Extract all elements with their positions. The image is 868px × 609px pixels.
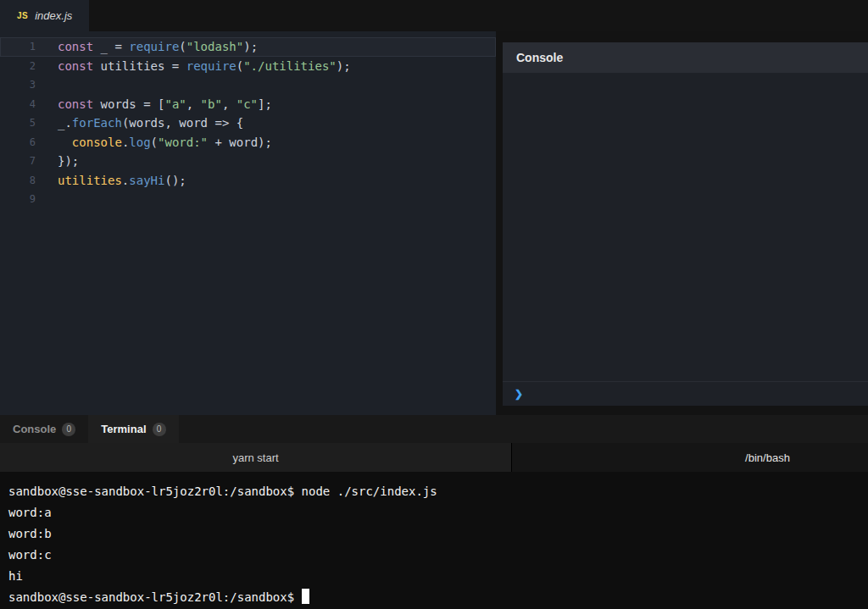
code-token: "c"	[236, 97, 258, 111]
terminal-output[interactable]: sandbox@sse-sandbox-lr5joz2r0l:/sandbox$…	[0, 472, 868, 609]
editor-tab-bar: JS index.js	[0, 0, 868, 31]
code-line[interactable]: 7});	[0, 152, 496, 171]
devtools-tab-bar: Console0Terminal0	[0, 415, 868, 443]
line-number: 5	[0, 113, 36, 133]
tab-filename: index.js	[35, 9, 72, 22]
code-token: (	[179, 40, 186, 53]
code-token: });	[58, 154, 79, 168]
code-text: _.forEach(words, word => {	[58, 113, 243, 133]
code-token: const	[58, 59, 93, 73]
code-token: const	[58, 97, 93, 111]
devtools-tab-badge: 0	[153, 423, 166, 436]
code-token: utilities =	[93, 59, 186, 73]
pane-divider[interactable]	[496, 31, 503, 415]
code-token: "./utilities"	[243, 59, 337, 73]
code-token: );	[337, 59, 351, 73]
code-token: "b"	[201, 97, 222, 111]
code-token: "lodash"	[186, 40, 243, 53]
code-token: (words, word => {	[122, 116, 243, 130]
code-token: require	[186, 59, 236, 73]
code-token: sayHi	[129, 174, 164, 187]
console-prompt-icon: ❯	[515, 388, 523, 400]
code-token: );	[243, 40, 258, 53]
code-token: words = [	[93, 97, 164, 111]
code-token: log	[129, 136, 150, 149]
code-token: const	[58, 40, 93, 53]
terminal-line: word:b	[8, 523, 860, 545]
code-token: "word:"	[158, 136, 208, 149]
javascript-file-icon: JS	[17, 11, 28, 20]
code-text: const words = ["a", "b", "c"];	[58, 95, 272, 114]
code-token: utilities	[58, 174, 122, 187]
tab-index-js[interactable]: JS index.js	[0, 0, 89, 31]
code-token: ,	[186, 97, 201, 111]
code-line[interactable]: 9	[0, 190, 496, 209]
line-number: 6	[0, 133, 36, 152]
devtools-tab-terminal[interactable]: Terminal0	[88, 415, 178, 443]
terminal-lines: sandbox@sse-sandbox-lr5joz2r0l:/sandbox$…	[8, 481, 860, 587]
devtools-tab-badge: 0	[62, 423, 75, 436]
code-token: (	[151, 136, 158, 149]
code-token: ,	[222, 97, 236, 111]
line-number: 4	[0, 95, 36, 114]
console-header: Console	[503, 42, 868, 73]
terminal-line: hi	[8, 566, 860, 587]
line-number: 1	[0, 37, 36, 57]
terminal-prompt: sandbox@sse-sandbox-lr5joz2r0l:/sandbox$	[8, 590, 294, 604]
code-token: ];	[258, 97, 272, 111]
terminal-prompt-line: sandbox@sse-sandbox-lr5joz2r0l:/sandbox$	[8, 587, 860, 608]
code-token	[58, 136, 72, 149]
terminal-cursor	[302, 589, 309, 604]
code-token: (	[236, 59, 243, 73]
code-editor[interactable]: 1const _ = require("lodash");2const util…	[0, 31, 496, 415]
code-line[interactable]: 6 console.log("word:" + word);	[0, 133, 496, 152]
code-line[interactable]: 8utilities.sayHi();	[0, 171, 496, 191]
devtools-tab-console[interactable]: Console0	[0, 415, 88, 443]
console-input-row[interactable]: ❯	[503, 381, 868, 406]
code-token: "a"	[164, 97, 186, 111]
code-token: require	[129, 40, 179, 53]
code-text: utilities.sayHi();	[58, 171, 186, 191]
terminal-line: word:a	[8, 502, 860, 523]
code-text: const _ = require("lodash");	[58, 37, 258, 57]
code-line[interactable]: 4const words = ["a", "b", "c"];	[0, 95, 496, 114]
line-number: 7	[0, 152, 36, 171]
console-title: Console	[516, 51, 563, 64]
line-number: 2	[0, 57, 36, 76]
code-token: forEach	[72, 116, 122, 130]
code-line[interactable]: 3	[0, 75, 496, 95]
line-number: 9	[0, 190, 36, 209]
browser-console-pane: Console ❯	[503, 42, 868, 406]
devtools-tab-label: Console	[13, 423, 56, 435]
editor-lines: 1const _ = require("lodash");2const util…	[0, 37, 496, 209]
shell-tab-bar: yarn start/bin/bash	[0, 443, 868, 472]
code-token: _ =	[93, 40, 129, 53]
devtools-tab-label: Terminal	[101, 423, 146, 435]
line-number: 8	[0, 171, 36, 191]
code-token: _.	[58, 116, 72, 130]
code-text: console.log("word:" + word);	[58, 133, 272, 152]
code-token: + word);	[208, 136, 272, 149]
line-number: 3	[0, 75, 36, 95]
code-text: });	[58, 152, 79, 171]
code-line[interactable]: 5_.forEach(words, word => {	[0, 113, 496, 133]
terminal-line: sandbox@sse-sandbox-lr5joz2r0l:/sandbox$…	[8, 481, 860, 502]
code-text: const utilities = require("./utilities")…	[58, 57, 351, 76]
app-root: JS index.js 1const _ = require("lodash")…	[0, 0, 868, 609]
terminal-line: word:c	[8, 545, 860, 566]
code-token: console	[72, 136, 122, 149]
code-token: ();	[164, 174, 186, 187]
main-row: 1const _ = require("lodash");2const util…	[0, 31, 868, 415]
code-line[interactable]: 2const utilities = require("./utilities"…	[0, 57, 496, 76]
code-line[interactable]: 1const _ = require("lodash");	[0, 37, 496, 57]
console-output-area	[503, 73, 868, 381]
shell-tab--bin-bash[interactable]: /bin/bash	[512, 443, 868, 472]
shell-tab-yarn-start[interactable]: yarn start	[0, 443, 512, 472]
